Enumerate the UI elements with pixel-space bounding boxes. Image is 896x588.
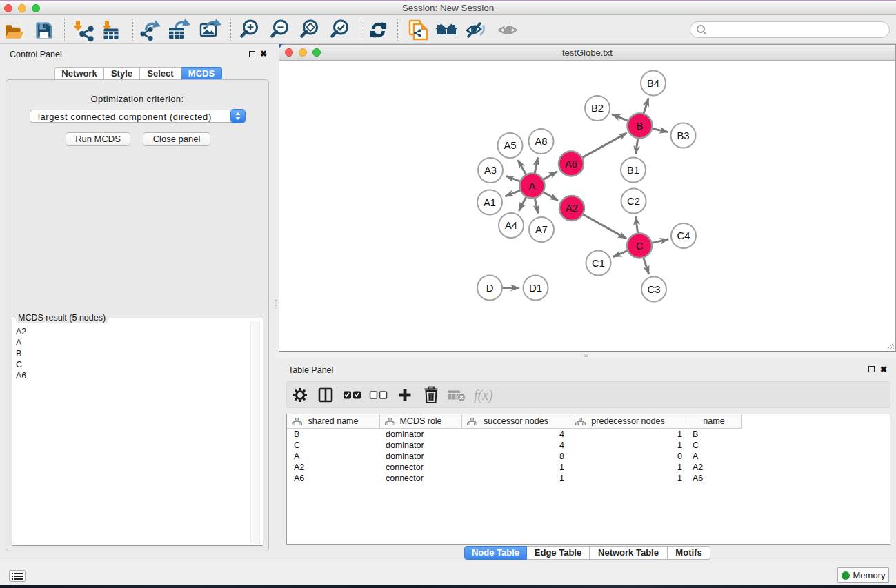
svg-text:C1: C1 <box>592 258 605 269</box>
svg-text:C: C <box>636 241 644 252</box>
svg-text:A5: A5 <box>504 140 516 151</box>
svg-text:A6: A6 <box>565 159 577 170</box>
svg-text:A: A <box>529 181 536 192</box>
svg-text:C3: C3 <box>648 284 661 295</box>
svg-text:D1: D1 <box>529 283 542 294</box>
svg-text:A2: A2 <box>566 203 578 214</box>
svg-text:C2: C2 <box>627 196 640 207</box>
svg-text:A7: A7 <box>535 224 548 235</box>
svg-text:A8: A8 <box>535 136 547 147</box>
svg-text:C4: C4 <box>677 230 690 241</box>
svg-text:f(x): f(x) <box>474 387 493 403</box>
svg-text:A4: A4 <box>505 220 517 231</box>
svg-text:A3: A3 <box>484 165 497 176</box>
svg-text:B1: B1 <box>627 165 639 176</box>
svg-text:B4: B4 <box>647 78 659 89</box>
svg-text:B3: B3 <box>677 130 689 141</box>
svg-text:D: D <box>486 283 494 294</box>
svg-text:B: B <box>637 121 644 132</box>
svg-text:A1: A1 <box>484 197 496 208</box>
svg-text:B2: B2 <box>591 103 604 114</box>
